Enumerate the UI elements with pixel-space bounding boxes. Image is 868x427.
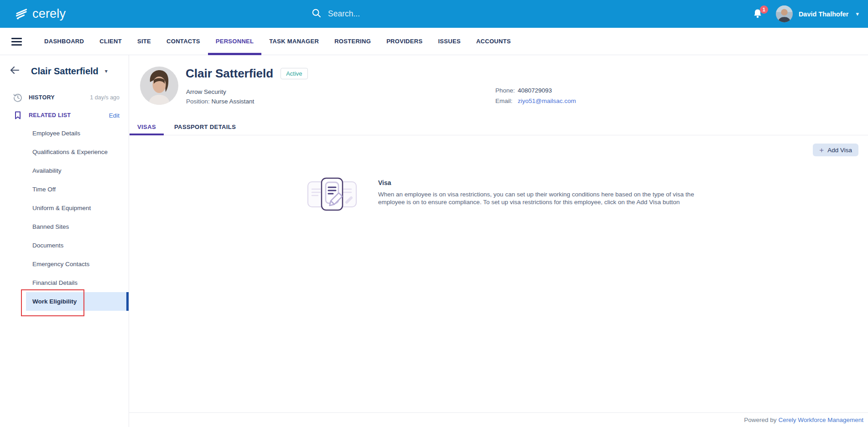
sidebar-item-availability[interactable]: Availability	[0, 161, 129, 180]
nav-tab-contacts[interactable]: CONTACTS	[159, 28, 208, 55]
email-label: Email:	[495, 98, 518, 104]
position-label: Position:	[186, 98, 210, 105]
status-badge: Active	[281, 68, 307, 79]
visa-empty-state: Visa When an employee is on visa restric…	[307, 177, 695, 211]
sidebar-item-emergency-contacts[interactable]: Emergency Contacts	[0, 255, 129, 273]
notification-badge: 1	[760, 5, 768, 14]
sidebar-person-name: Clair Satterfield	[31, 66, 99, 77]
visa-document-icon	[307, 177, 358, 211]
tab-passport-details[interactable]: PASSPORT DETAILS	[166, 119, 244, 135]
brand-icon	[15, 6, 28, 22]
nav-tab-providers[interactable]: PROVIDERS	[379, 28, 430, 55]
nav-tab-client[interactable]: CLIENT	[92, 28, 130, 55]
sidebar-item-work-eligibility[interactable]: Work Eligibility	[26, 292, 129, 311]
contact-block: Phone: 4080729093 Email: ziyo51@mailsac.…	[495, 87, 576, 108]
nav-tab-personnel[interactable]: PERSONNEL	[208, 28, 262, 55]
sidebar-item-documents[interactable]: Documents	[0, 236, 129, 255]
bell-icon	[752, 13, 763, 21]
add-visa-button[interactable]: + Add Visa	[813, 144, 858, 156]
sidebar-item-employee-details[interactable]: Employee Details	[0, 124, 129, 143]
phone-value: 4080729093	[518, 87, 552, 94]
sidebar-item-time-off[interactable]: Time Off	[0, 180, 129, 199]
nav-tab-dashboard[interactable]: DASHBOARD	[36, 28, 92, 55]
nav-tab-accounts[interactable]: ACCOUNTS	[468, 28, 519, 55]
brand-word: cerely	[32, 7, 66, 21]
add-visa-label: Add Visa	[827, 147, 852, 154]
history-timestamp: 1 day/s ago	[90, 94, 120, 101]
email-link[interactable]: ziyo51@mailsac.com	[518, 98, 576, 104]
related-list-edit-button[interactable]: Edit	[109, 112, 120, 119]
global-search	[312, 0, 478, 28]
layout: Clair Satterfield ▾ HISTORY 1 day/s ago	[0, 55, 868, 427]
plus-icon: +	[819, 146, 824, 154]
powered-by-label: Powered by	[744, 417, 776, 423]
phone-label: Phone:	[495, 87, 518, 94]
history-label: HISTORY	[29, 94, 55, 101]
empty-state-description: When an employee is on visa restrictions…	[378, 190, 695, 206]
topbar-right: 1 David Thalhofer ▾	[752, 0, 859, 28]
person-switch-caret-icon[interactable]: ▾	[105, 68, 108, 74]
main-content: Clair Satterfield Active Arrow Security …	[129, 55, 868, 427]
sidebar-item-financial-details[interactable]: Financial Details	[0, 273, 129, 292]
empty-state-text: Visa When an employee is on visa restric…	[378, 177, 695, 211]
user-name[interactable]: David Thalhofer	[799, 10, 849, 18]
brand-logo[interactable]: cerely	[15, 6, 66, 22]
detail-tabs: VISAS PASSPORT DETAILS	[129, 119, 868, 135]
related-list-row: RELATED LIST Edit	[0, 107, 129, 123]
topbar: cerely 1	[0, 0, 868, 28]
nav-tab-rostering[interactable]: ROSTERING	[327, 28, 379, 55]
main-navbar: DASHBOARD CLIENT SITE CONTACTS PERSONNEL…	[0, 28, 868, 55]
back-arrow-icon[interactable]	[9, 65, 20, 77]
sidebar-item-uniform-equipment[interactable]: Uniform & Equipment	[0, 199, 129, 217]
empty-state-title: Visa	[378, 179, 695, 186]
footer-brand-link[interactable]: Cerely Workforce Management	[778, 417, 863, 423]
hamburger-menu-icon[interactable]	[11, 38, 22, 46]
nav-tab-task-manager[interactable]: TASK MANAGER	[261, 28, 327, 55]
history-row[interactable]: HISTORY 1 day/s ago	[0, 89, 129, 106]
user-avatar[interactable]	[776, 5, 793, 22]
user-menu-caret-icon[interactable]: ▾	[856, 10, 859, 17]
search-icon	[312, 8, 322, 20]
page-title: Clair Satterfield	[186, 67, 273, 81]
position-value: Nurse Assistant	[212, 98, 255, 105]
bookmark-icon	[13, 111, 22, 120]
nav-tab-issues[interactable]: ISSUES	[430, 28, 468, 55]
app: cerely 1	[0, 0, 868, 427]
sidebar-header: Clair Satterfield ▾	[9, 63, 121, 79]
profile-position-row: Position: Nurse Assistant	[186, 98, 254, 105]
related-list-label: RELATED LIST	[29, 112, 71, 118]
nav-items: DASHBOARD CLIENT SITE CONTACTS PERSONNEL…	[36, 28, 519, 55]
phone-row: Phone: 4080729093	[495, 87, 576, 94]
search-input[interactable]	[328, 9, 478, 19]
tab-visas[interactable]: VISAS	[130, 119, 164, 135]
profile-company: Arrow Security	[186, 88, 226, 95]
sidebar: Clair Satterfield ▾ HISTORY 1 day/s ago	[0, 55, 129, 427]
profile-photo	[140, 67, 178, 105]
email-row: Email: ziyo51@mailsac.com	[495, 98, 576, 104]
related-list: Employee Details Qualifications & Experi…	[0, 124, 129, 311]
sidebar-item-banned-sites[interactable]: Banned Sites	[0, 217, 129, 236]
history-clock-icon	[13, 93, 22, 102]
footer: Powered by Cerely Workforce Management	[129, 412, 868, 427]
notifications-button[interactable]: 1	[752, 8, 764, 20]
sidebar-item-qualifications[interactable]: Qualifications & Experience	[0, 143, 129, 161]
profile-name-row: Clair Satterfield Active	[186, 66, 308, 81]
nav-tab-site[interactable]: SITE	[130, 28, 159, 55]
